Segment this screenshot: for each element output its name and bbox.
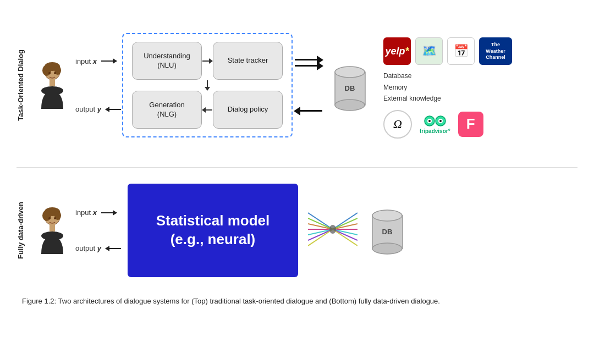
tripadvisor-label: tripadvisor° [420,128,450,134]
svg-point-40 [329,225,336,234]
svg-point-16 [428,120,431,122]
calendar-icon: 📅 [447,37,475,65]
input-arrow [101,60,117,62]
dashed-box: Understanding(NLU) State tracker Generat… [122,33,293,137]
bottom-io-labels: input x output y [75,195,121,266]
top-section-label: Task-Oriented Dialog [16,49,25,121]
bottom-output-label: output y [75,244,101,252]
bottom-person-icon [35,207,70,254]
map-icon: 🗺️ [415,37,443,65]
figure-caption: Figure 1.2: Two architectures of dialogu… [16,296,578,307]
top-input-row: input x [75,57,121,65]
empty-cell-1 [132,80,202,91]
svg-point-42 [372,243,402,254]
st-to-dp-arrow [202,80,213,91]
svg-rect-5 [50,79,55,86]
svg-point-9 [335,100,365,111]
tripadvisor-icon: tripadvisor° [420,114,450,134]
stat-model-box: Statistical model (e.g., neural) [128,184,298,277]
tripadvisor-logo-svg [424,115,446,127]
svg-text:DB: DB [345,84,355,92]
knowledge-row: Database Memory External knowledge [383,70,512,104]
top-output-label: output y [75,105,101,113]
nlg-module: Generation(NLG) [132,91,202,129]
bottom-output-row: output y [75,244,121,252]
db-arrows [295,37,322,134]
icons-top-row: yelp* 🗺️ 📅 The Weather Channel [383,37,512,65]
neural-cables [308,202,358,259]
caption-text: Figure 1.2: Two architectures of dialogu… [22,297,440,305]
stat-model-text: Statistical model (e.g., neural) [156,212,270,249]
icons-bottom-row: Ω tripadvisor° [383,110,512,139]
svg-point-6 [48,72,51,74]
top-db-cylinder: DB [332,62,368,109]
nlu-module: Understanding(NLU) [132,42,202,80]
svg-point-22 [41,231,63,240]
svg-point-7 [54,72,56,74]
bottom-input-label: input x [75,208,97,217]
svg-line-31 [308,229,333,240]
db-arrow-group [295,59,322,67]
svg-line-38 [333,229,358,240]
svg-point-20 [42,210,51,221]
bottom-section-label: Fully data-driven [16,202,25,259]
bottom-output-arrow [106,248,121,249]
dialog-policy-module: Dialog policy [213,91,283,129]
to-db-arrow-bottom [295,65,322,67]
right-icons-area: yelp* 🗺️ 📅 The Weather Channel Database … [383,32,512,138]
svg-line-27 [308,218,333,229]
top-avatar [30,62,74,109]
state-tracker-module: State tracker [213,42,283,80]
svg-rect-23 [50,224,55,231]
bottom-input-row: input x [75,208,121,217]
output-arrow [106,109,121,110]
wikipedia-icon: Ω [383,110,412,139]
main-container: Task-Oriented Dialog [0,0,594,364]
top-output-row: output y [75,105,121,113]
top-input-label: input x [75,57,97,65]
from-db-arrow [295,110,322,112]
svg-line-34 [333,218,358,229]
neural-cables-svg [308,202,358,257]
svg-point-25 [54,217,56,219]
bottom-db-container: DB [370,206,405,255]
db-label: Database [383,70,441,81]
bottom-avatar [30,207,74,254]
top-db-container: DB [332,62,368,109]
top-section: Task-Oriented Dialog [16,11,578,159]
db-cylinder-svg: DB [332,62,368,112]
empty-cell-2 [213,80,283,91]
external-label: External knowledge [383,93,441,104]
bottom-section: Fully data-driven input x [16,173,578,288]
foursquare-icon: F [458,112,483,137]
memory-label: Memory [383,82,441,93]
svg-point-43 [372,210,402,221]
separator [16,167,578,168]
svg-point-4 [41,86,63,95]
dp-to-nlg-arrow [202,91,213,129]
svg-text:DB: DB [382,228,393,236]
bottom-db-cylinder-svg: DB [370,206,405,255]
knowledge-labels: Database Memory External knowledge [383,70,441,104]
svg-point-24 [48,217,51,219]
svg-point-17 [439,120,442,122]
yelp-icon: yelp* [383,37,411,65]
svg-point-2 [42,65,51,76]
top-io-labels: input x output y [75,37,121,134]
weather-icon: The Weather Channel [479,37,512,65]
bottom-input-arrow [101,212,117,213]
svg-point-10 [335,67,365,78]
nlu-to-st-arrow [202,42,213,80]
to-db-arrow-top [295,59,322,60]
person-icon [35,62,70,109]
